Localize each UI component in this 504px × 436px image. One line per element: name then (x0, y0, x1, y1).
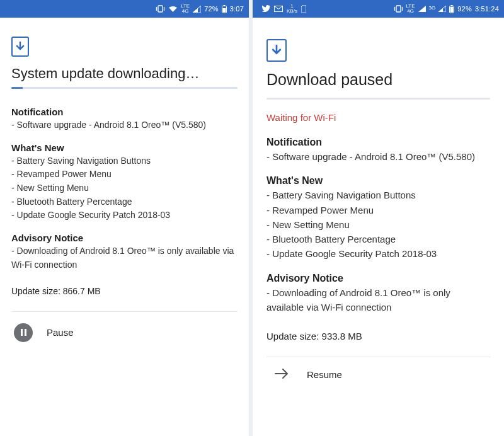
list-item: - Update Google Security Patch 2018-03 (11, 209, 238, 222)
action-label: Resume (307, 369, 342, 380)
vibrate-icon (394, 5, 403, 13)
section-heading-whatsnew: What's New (11, 142, 238, 153)
list-item: - New Setting Menu (11, 181, 238, 195)
section-heading-notification: Notification (266, 137, 490, 148)
section-heading-advisory: Advisory Notice (266, 273, 490, 284)
list-item: - Bluetooth Battery Percentage (11, 195, 238, 209)
clock: 3:51:24 (475, 5, 499, 13)
battery-icon (222, 5, 227, 13)
signal-icon-2 (438, 6, 446, 12)
content-area: Download paused Waiting for Wi-Fi Notifi… (253, 18, 504, 436)
svg-rect-5 (223, 5, 225, 6)
battery-percent: 92% (457, 5, 472, 13)
twitter-icon (261, 5, 270, 13)
svg-rect-7 (396, 6, 401, 12)
resume-button[interactable]: Resume (266, 357, 490, 392)
list-item: - Bluetooth Battery Percentage (266, 232, 490, 246)
wifi-icon (168, 6, 178, 13)
progress-bar (11, 87, 238, 89)
vibrate-icon (156, 5, 165, 13)
svg-rect-12 (451, 5, 453, 6)
list-item: - Battery Saving Navigation Buttons (11, 154, 238, 168)
list-item: - New Setting Menu (266, 217, 490, 232)
list-item: - Revamped Power Menu (266, 203, 490, 217)
status-bar: LTE 4G 72% 3:07 (0, 0, 249, 18)
section-heading-whatsnew: What's New (266, 175, 490, 186)
list-item: - Downloading of Android 8.1 Oreo™ is on… (266, 285, 490, 315)
battery-icon (449, 5, 454, 13)
phone-right: 1 KB/s LTE 4G 3G 9 (253, 0, 504, 436)
section-heading-advisory: Advisory Notice (11, 232, 238, 243)
phone-left: LTE 4G 72% 3:07 System update downloadin… (0, 0, 249, 436)
content-area: System update downloading… Notification … (0, 18, 249, 436)
list-item: - Software upgrade - Android 8.1 Oreo™ (… (266, 149, 490, 164)
pause-icon (14, 323, 33, 342)
signal-icon (193, 6, 201, 13)
clock: 3:07 (230, 5, 244, 13)
action-label: Pause (47, 327, 74, 338)
svg-rect-0 (158, 6, 163, 12)
download-icon (11, 37, 29, 57)
mail-icon (274, 6, 283, 12)
status-bar: 1 KB/s LTE 4G 3G 9 (253, 0, 504, 18)
data-speed: 1 KB/s (287, 4, 297, 14)
pause-button[interactable]: Pause (11, 312, 238, 353)
update-size: Update size: 933.8 MB (266, 331, 490, 341)
update-size: Update size: 866.7 MB (11, 286, 238, 296)
sim-icon (301, 5, 306, 13)
download-icon-wrap (266, 39, 490, 62)
svg-rect-4 (222, 8, 226, 13)
network-label-1: LTE 4G (406, 4, 415, 14)
waiting-message: Waiting for Wi-Fi (266, 112, 490, 123)
signal-icon (418, 6, 426, 12)
signal-percent: 72% (204, 5, 219, 13)
arrow-right-icon (274, 367, 289, 382)
progress-fill (11, 87, 23, 89)
download-icon-wrap (11, 37, 238, 57)
list-item: - Downloading of Android 8.1 Oreo™ is on… (11, 244, 238, 272)
list-item: - Battery Saving Navigation Buttons (266, 188, 490, 202)
section-heading-notification: Notification (11, 106, 238, 117)
svg-rect-11 (450, 6, 454, 12)
page-title: System update downloading… (11, 66, 238, 82)
download-icon (266, 39, 287, 62)
list-item: - Update Google Security Patch 2018-03 (266, 246, 490, 261)
progress-bar (266, 98, 490, 100)
network-label: LTE 4G (181, 4, 190, 14)
page-title: Download paused (266, 71, 490, 89)
list-item: - Revamped Power Menu (11, 168, 238, 181)
list-item: - Software upgrade - Android 8.1 Oreo™ (… (11, 118, 238, 132)
network-label-2: 3G (429, 6, 436, 11)
